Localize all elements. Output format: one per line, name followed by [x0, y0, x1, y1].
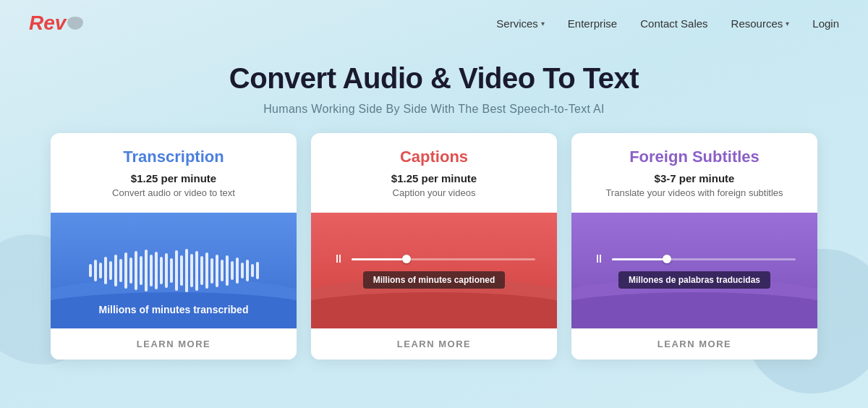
logo-text: Rev	[29, 12, 66, 35]
waveform-bar	[150, 255, 153, 286]
waveform-bar	[221, 260, 224, 281]
waveform-bar	[246, 260, 249, 281]
player-ui-captions: ⏸ Millions of minutes captioned	[311, 252, 557, 289]
learn-more-captions[interactable]: LEARN MORE	[321, 339, 547, 349]
card-bottom-captions: LEARN MORE	[311, 328, 557, 360]
nav-resources[interactable]: Resources ▾	[731, 17, 790, 30]
learn-more-transcription[interactable]: LEARN MORE	[61, 339, 286, 349]
foreign-badge: Millones de palabras traducidas	[618, 271, 770, 289]
nav-login[interactable]: Login	[812, 17, 839, 30]
progress-thumb-captions	[402, 255, 411, 263]
waveform-bar	[256, 262, 259, 279]
player-controls-captions: ⏸	[333, 252, 535, 265]
card-top-transcription: Transcription $1.25 per minute Convert a…	[51, 133, 297, 213]
progress-thumb-foreign	[663, 255, 671, 263]
waveform-bar	[99, 263, 102, 279]
nav-enterprise[interactable]: Enterprise	[568, 17, 617, 30]
logo-icon	[67, 17, 83, 30]
learn-more-foreign[interactable]: LEARN MORE	[582, 339, 807, 349]
card-price-foreign: $3-7 per minute	[586, 172, 803, 184]
card-visual-foreign: ⏸ Millones de palabras traducidas	[571, 213, 817, 328]
waveform-bar	[226, 255, 229, 286]
waveform-bar	[190, 254, 193, 287]
card-foreign-subtitles: Foreign Subtitles $3-7 per minute Transl…	[571, 133, 817, 360]
waveform-bar	[160, 257, 163, 284]
navbar: Rev Services ▾ Enterprise Contact Sales …	[0, 0, 868, 46]
waveform-bar	[236, 258, 239, 284]
card-visual-transcription: Millions of minutes transcribed	[51, 213, 297, 328]
pause-icon-2: ⏸	[593, 252, 605, 265]
waveform-bar	[170, 258, 173, 283]
waveform-bar	[251, 264, 254, 277]
card-title-foreign: Foreign Subtitles	[586, 148, 803, 166]
card-transcription: Transcription $1.25 per minute Convert a…	[51, 133, 297, 360]
waveform-bar	[109, 261, 112, 280]
waveform-bar	[200, 256, 203, 285]
captions-badge: Millions of minutes captioned	[363, 271, 506, 289]
card-desc-foreign: Translate your videos with foreign subti…	[586, 187, 803, 198]
waveform-bar	[165, 253, 168, 288]
waveform-bar	[185, 249, 188, 292]
card-title-transcription: Transcription	[65, 148, 282, 166]
card-visual-captions: ⏸ Millions of minutes captioned	[311, 213, 557, 328]
card-price-transcription: $1.25 per minute	[65, 172, 282, 184]
waveform-bar	[175, 250, 178, 291]
waveform-bar	[129, 258, 132, 284]
waveform-bar	[94, 260, 97, 281]
card-captions: Captions $1.25 per minute Caption your v…	[311, 133, 557, 360]
logo[interactable]: Rev	[29, 12, 83, 35]
waveform-bar	[135, 251, 137, 290]
waveform-bar	[145, 250, 148, 292]
waveform-bar	[241, 263, 244, 279]
waveform-bar	[140, 256, 142, 285]
waveform-bar	[119, 259, 122, 282]
waveform-bar	[210, 258, 213, 284]
progress-bar-captions[interactable]	[352, 258, 535, 260]
pause-icon: ⏸	[333, 252, 344, 265]
hero-title: Convert Audio & Video To Text	[29, 61, 839, 95]
waveform-bar	[195, 251, 198, 291]
nav-contact-sales[interactable]: Contact Sales	[640, 17, 707, 30]
waveform-bar	[114, 255, 117, 286]
card-title-captions: Captions	[326, 148, 542, 166]
hero-section: Convert Audio & Video To Text Humans Wor…	[0, 46, 868, 133]
transcription-badge: Millions of minutes transcribed	[99, 304, 249, 315]
waveform-bar	[216, 255, 218, 287]
waveform-bar	[231, 261, 234, 280]
card-bottom-foreign: LEARN MORE	[571, 328, 817, 360]
nav-services[interactable]: Services ▾	[496, 17, 545, 30]
player-controls-foreign: ⏸	[593, 252, 796, 265]
waveform-bar	[155, 252, 158, 289]
waveform-bar	[124, 252, 127, 289]
progress-bar-foreign[interactable]	[612, 258, 796, 260]
waveform	[89, 249, 259, 292]
cards-container: Transcription $1.25 per minute Convert a…	[0, 133, 868, 360]
progress-fill-captions	[352, 258, 407, 260]
card-bottom-transcription: LEARN MORE	[51, 328, 297, 360]
waveform-bar	[89, 264, 92, 277]
waveform-bar	[104, 257, 107, 284]
player-ui-foreign: ⏸ Millones de palabras traducidas	[571, 252, 817, 289]
card-top-foreign: Foreign Subtitles $3-7 per minute Transl…	[571, 133, 817, 213]
card-desc-captions: Caption your videos	[326, 187, 542, 198]
chevron-down-icon-2: ▾	[786, 20, 789, 27]
waveform-bar	[205, 252, 208, 289]
chevron-down-icon: ▾	[541, 20, 545, 27]
progress-fill-foreign	[612, 258, 667, 260]
nav-links: Services ▾ Enterprise Contact Sales Reso…	[496, 17, 839, 30]
card-top-captions: Captions $1.25 per minute Caption your v…	[311, 133, 557, 213]
card-desc-transcription: Convert audio or video to text	[65, 187, 282, 198]
waveform-bar	[180, 255, 183, 286]
card-price-captions: $1.25 per minute	[326, 172, 542, 184]
hero-subtitle: Humans Working Side By Side With The Bes…	[29, 103, 839, 116]
